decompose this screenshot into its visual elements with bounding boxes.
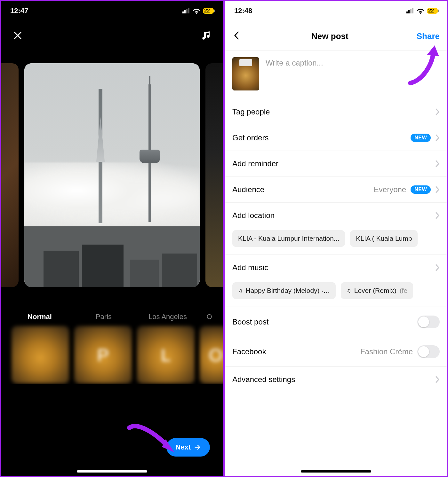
- filter-label-losangeles[interactable]: Los Angeles: [136, 313, 200, 321]
- svg-rect-2: [186, 9, 188, 13]
- svg-rect-10: [410, 9, 412, 13]
- row-boost-post[interactable]: Boost post: [225, 307, 447, 337]
- location-suggestion-chips: KLIA - Kuala Lumpur Internation... KLIA …: [225, 228, 447, 255]
- chevron-right-icon: [435, 212, 440, 219]
- share-button[interactable]: Share: [417, 31, 440, 41]
- cellular-icon: [406, 8, 414, 13]
- chevron-right-icon: [435, 264, 440, 271]
- home-indicator[interactable]: [77, 470, 147, 473]
- filter-tiles: P L O: [1, 321, 223, 384]
- music-chip[interactable]: ♫ Lover (Remix) (fe: [341, 282, 413, 299]
- row-facebook[interactable]: Facebook Fashion Crème: [225, 337, 447, 367]
- audience-value: Everyone: [374, 185, 406, 194]
- status-icons: 22: [406, 8, 438, 14]
- svg-rect-8: [406, 12, 408, 13]
- editor-top-bar: [1, 20, 223, 45]
- row-audience[interactable]: Audience Everyone NEW: [225, 177, 447, 203]
- music-chip[interactable]: ♫ Happy Birthday (Melody) ·…: [232, 282, 336, 299]
- filter-label-normal[interactable]: Normal: [8, 313, 72, 321]
- filter-label-paris[interactable]: Paris: [72, 313, 136, 321]
- facebook-toggle[interactable]: [417, 345, 440, 358]
- chevron-right-icon: [435, 160, 440, 168]
- status-time: 12:47: [10, 7, 28, 15]
- home-indicator[interactable]: [301, 470, 371, 473]
- filter-tile-losangeles[interactable]: L: [137, 326, 195, 384]
- annotation-arrow: [126, 422, 174, 457]
- row-add-location[interactable]: Add location: [225, 203, 447, 228]
- close-icon[interactable]: [12, 30, 23, 42]
- music-note-icon: ♫: [347, 287, 351, 294]
- next-button[interactable]: Next: [166, 438, 210, 457]
- svg-rect-3: [188, 8, 189, 13]
- chevron-right-icon: [435, 108, 440, 116]
- photo-filter-screen: 12:47 22 Normal Paris Los A: [0, 0, 224, 477]
- status-time: 12:48: [234, 7, 252, 15]
- filter-labels: Normal Paris Los Angeles O: [1, 313, 223, 321]
- prev-photo-peek[interactable]: [1, 63, 19, 287]
- next-photo-peek[interactable]: [205, 63, 223, 287]
- arrow-right-icon: [194, 444, 201, 451]
- row-add-music[interactable]: Add music: [225, 255, 447, 280]
- music-suggestion-chips: ♫ Happy Birthday (Melody) ·… ♫ Lover (Re…: [225, 280, 447, 307]
- post-thumbnail[interactable]: [232, 57, 259, 90]
- svg-rect-9: [408, 10, 410, 13]
- caption-input[interactable]: [266, 57, 440, 67]
- row-tag-people[interactable]: Tag people: [225, 99, 447, 125]
- filter-tile-more[interactable]: O: [200, 326, 223, 384]
- chevron-right-icon: [435, 376, 440, 383]
- new-badge: NEW: [411, 185, 431, 194]
- status-bar: 12:48 22: [225, 1, 447, 20]
- svg-rect-0: [182, 12, 184, 13]
- row-get-orders[interactable]: Get orders NEW: [225, 125, 447, 151]
- music-note-icon: ♫: [238, 287, 243, 294]
- battery-badge: 22: [203, 8, 214, 14]
- row-add-reminder[interactable]: Add reminder: [225, 151, 447, 177]
- chevron-right-icon: [435, 134, 440, 142]
- location-chip[interactable]: KLIA - Kuala Lumpur Internation...: [232, 230, 345, 247]
- wifi-icon: [193, 8, 200, 14]
- status-bar: 12:47 22: [1, 1, 223, 20]
- status-icons: 22: [182, 8, 214, 14]
- battery-badge: 22: [427, 8, 438, 14]
- page-title: New post: [311, 31, 348, 41]
- boost-toggle[interactable]: [417, 316, 440, 328]
- caption-row: [225, 51, 447, 99]
- chevron-right-icon: [435, 186, 440, 193]
- facebook-value: Fashion Crème: [360, 347, 413, 356]
- cellular-icon: [182, 8, 190, 13]
- new-post-screen: 12:48 22 New post Share Tag people Get o…: [224, 0, 448, 477]
- chevron-left-icon: [234, 31, 240, 40]
- location-chip[interactable]: KLIA ( Kuala Lump: [350, 230, 418, 247]
- svg-rect-11: [412, 8, 413, 13]
- music-icon[interactable]: [201, 30, 212, 42]
- photo-preview[interactable]: [24, 63, 200, 287]
- next-button-label: Next: [175, 443, 191, 451]
- wifi-icon: [417, 8, 424, 14]
- filter-label-more[interactable]: O: [200, 313, 219, 321]
- photo-preview-carousel[interactable]: [1, 63, 223, 287]
- filter-tile-paris[interactable]: P: [74, 326, 132, 384]
- back-button[interactable]: [230, 29, 243, 43]
- filter-tile-normal[interactable]: [12, 326, 69, 384]
- new-post-header: New post Share: [225, 20, 447, 51]
- new-badge: NEW: [411, 134, 431, 142]
- row-advanced-settings[interactable]: Advanced settings: [225, 367, 447, 392]
- svg-rect-1: [184, 10, 186, 13]
